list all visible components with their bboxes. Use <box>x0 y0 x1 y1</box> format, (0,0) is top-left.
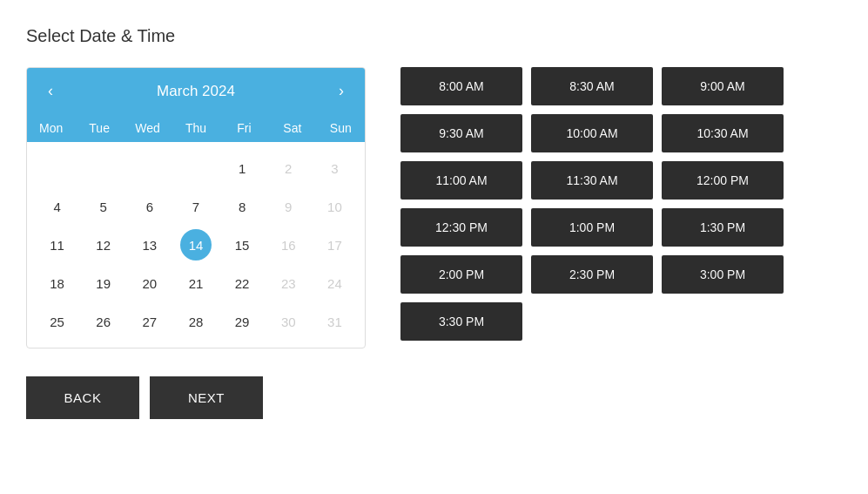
day-name-header: Sun <box>317 114 365 142</box>
calendar-cell[interactable]: 27 <box>126 302 172 341</box>
time-slot-button[interactable]: 1:00 PM <box>531 208 653 247</box>
next-button[interactable]: NEXT <box>150 376 263 419</box>
calendar-cell[interactable]: 3 <box>312 149 358 187</box>
calendar-cell[interactable]: 9 <box>266 187 312 226</box>
time-slot-button[interactable]: 11:30 AM <box>531 161 653 200</box>
time-slots-grid: 8:00 AM8:30 AM9:00 AM9:30 AM10:00 AM10:3… <box>400 67 784 341</box>
prev-month-button[interactable]: ‹ <box>41 78 60 104</box>
calendar-cell[interactable]: 12 <box>80 226 126 264</box>
day-name-header: Thu <box>172 114 219 142</box>
calendar-cell[interactable]: 23 <box>266 264 312 302</box>
calendar: ‹ March 2024 › MonTueWedThuFriSatSun 123… <box>26 67 366 349</box>
calendar-cell[interactable]: 10 <box>312 187 358 226</box>
back-button[interactable]: BACK <box>26 376 139 419</box>
calendar-dates: 1234567891011121314151617181920212223242… <box>27 142 365 348</box>
calendar-cell[interactable]: 17 <box>312 226 358 264</box>
calendar-cell[interactable]: 14 <box>180 229 212 261</box>
calendar-cell[interactable]: 2 <box>266 149 312 187</box>
calendar-cell[interactable]: 7 <box>172 187 219 226</box>
time-slot-button[interactable]: 10:30 AM <box>662 114 784 152</box>
day-name-header: Sat <box>268 114 316 142</box>
bottom-buttons: BACK NEXT <box>26 376 842 419</box>
calendar-cell[interactable]: 5 <box>80 187 126 226</box>
calendar-cell[interactable]: 21 <box>172 264 219 302</box>
calendar-cell[interactable]: 8 <box>219 187 266 226</box>
time-slot-button[interactable]: 3:00 PM <box>662 255 784 294</box>
day-name-header: Wed <box>124 114 172 142</box>
time-slot-button[interactable]: 12:00 PM <box>662 161 784 200</box>
calendar-cell[interactable]: 29 <box>219 302 266 341</box>
calendar-cell[interactable]: 26 <box>80 302 126 341</box>
calendar-cell[interactable]: 22 <box>219 264 266 302</box>
calendar-cell <box>172 149 219 187</box>
calendar-cell[interactable]: 15 <box>219 226 266 264</box>
calendar-month-year: March 2024 <box>157 83 235 100</box>
calendar-header: ‹ March 2024 › <box>27 68 365 114</box>
main-content: ‹ March 2024 › MonTueWedThuFriSatSun 123… <box>26 67 842 349</box>
day-name-header: Fri <box>220 114 268 142</box>
calendar-cell[interactable]: 28 <box>172 302 219 341</box>
day-name-header: Mon <box>27 114 75 142</box>
calendar-cell[interactable]: 24 <box>312 264 358 302</box>
time-slot-button[interactable]: 2:30 PM <box>531 255 653 294</box>
time-slot-button[interactable]: 8:30 AM <box>531 67 653 105</box>
calendar-cell[interactable]: 19 <box>80 264 126 302</box>
day-name-header: Tue <box>75 114 123 142</box>
calendar-cell[interactable]: 31 <box>312 302 358 341</box>
calendar-cell[interactable]: 11 <box>34 226 80 264</box>
calendar-cell[interactable]: 25 <box>34 302 80 341</box>
time-slot-button[interactable]: 11:00 AM <box>400 161 522 200</box>
calendar-cell[interactable]: 13 <box>126 226 172 264</box>
time-slot-button[interactable]: 1:30 PM <box>662 208 784 247</box>
calendar-cell <box>80 149 126 187</box>
calendar-cell[interactable]: 20 <box>126 264 172 302</box>
time-slot-button[interactable]: 10:00 AM <box>531 114 653 152</box>
time-slot-button[interactable]: 8:00 AM <box>400 67 522 105</box>
calendar-cell[interactable]: 4 <box>34 187 80 226</box>
time-slot-button[interactable]: 3:30 PM <box>400 302 522 341</box>
calendar-cell[interactable]: 18 <box>34 264 80 302</box>
time-slot-button[interactable]: 2:00 PM <box>400 255 522 294</box>
calendar-cell[interactable]: 6 <box>126 187 172 226</box>
calendar-cell <box>126 149 172 187</box>
calendar-cell[interactable]: 30 <box>266 302 312 341</box>
time-slot-button[interactable]: 9:00 AM <box>662 67 784 105</box>
page-title: Select Date & Time <box>26 26 842 46</box>
time-slot-button[interactable]: 12:30 PM <box>400 208 522 247</box>
calendar-cell <box>34 149 80 187</box>
next-month-button[interactable]: › <box>332 78 351 104</box>
calendar-cell[interactable]: 16 <box>266 226 312 264</box>
time-slot-button[interactable]: 9:30 AM <box>400 114 522 152</box>
calendar-days-header: MonTueWedThuFriSatSun <box>27 114 365 142</box>
calendar-cell[interactable]: 1 <box>219 149 266 187</box>
page-container: Select Date & Time ‹ March 2024 › MonTue… <box>26 26 842 419</box>
